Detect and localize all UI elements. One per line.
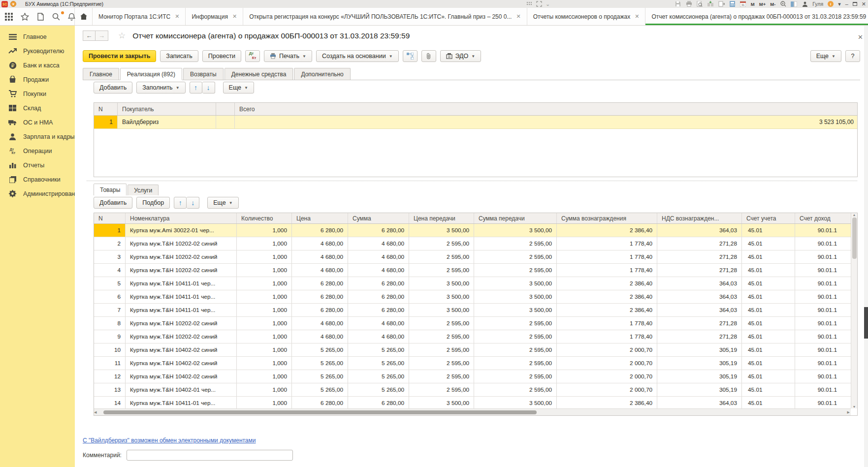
- sidebar-item-glavnoe[interactable]: Главное: [0, 30, 75, 44]
- table-row[interactable]: 2 Куртка муж.T&H 10202-02 синий 1,000 4 …: [94, 237, 851, 250]
- close-tab-icon[interactable]: ✕: [635, 13, 639, 20]
- table-row[interactable]: 11 Куртка муж.T&H 10402-02 синий 1,000 5…: [94, 357, 851, 370]
- table-row[interactable]: 1 Вайлдберриз 3 523 105,00: [94, 116, 857, 129]
- sidebar-item-os-nma[interactable]: ОС и НМА: [0, 115, 75, 129]
- close-tab-icon[interactable]: ✕: [175, 13, 179, 20]
- close-icon[interactable]: ✕: [862, 1, 866, 7]
- sidebar-item-zarplata-kadry[interactable]: Зарплата и кадры: [0, 129, 75, 144]
- maximize-icon[interactable]: [853, 2, 857, 6]
- column-header[interactable]: Сумма вознаграждения: [557, 213, 657, 223]
- close-document-icon[interactable]: ✕: [858, 33, 863, 41]
- column-header[interactable]: НДС вознагражден...: [657, 213, 742, 223]
- close-tab-icon[interactable]: ✕: [516, 13, 520, 20]
- print-button[interactable]: Печать▼: [264, 50, 312, 62]
- column-header[interactable]: N: [94, 103, 118, 115]
- goods-more-button[interactable]: Еще▼: [207, 197, 238, 209]
- move-up-button[interactable]: ↑: [190, 82, 202, 93]
- memory-subtract-button[interactable]: M-: [770, 1, 775, 7]
- table-row[interactable]: 7 Куртка муж.T&H 10411-01 чер... 1,000 6…: [94, 304, 851, 317]
- related-documents-button[interactable]: [403, 50, 418, 62]
- main-menu-icon[interactable]: ▼: [10, 1, 16, 7]
- tab-monitor-portal[interactable]: Монитор Портала 1С:ИТС✕: [93, 8, 186, 25]
- close-tab-icon[interactable]: ✕: [232, 13, 237, 20]
- minimize-icon[interactable]: –: [845, 1, 848, 7]
- memory-store-button[interactable]: M: [751, 1, 755, 7]
- tab-information[interactable]: Информация✕: [186, 8, 243, 25]
- print-icon[interactable]: [686, 1, 692, 7]
- sidebar-item-administrirovanie[interactable]: Администрирование: [0, 187, 75, 201]
- history-icon[interactable]: [37, 13, 44, 21]
- tab-realizaciya[interactable]: Реализация (892): [120, 68, 182, 80]
- table-row[interactable]: 13 Куртка муж.T&H 10402-01 чер... 1,000 …: [94, 383, 851, 397]
- tab-vozvraty[interactable]: Возвраты: [183, 68, 224, 80]
- post-and-close-button[interactable]: Провести и закрыть: [83, 50, 156, 62]
- sidebar-item-prodazhi[interactable]: Продажи: [0, 72, 75, 87]
- column-header[interactable]: Счет доход: [795, 213, 851, 223]
- move-up-button[interactable]: ↑: [174, 197, 187, 209]
- tab-contest[interactable]: Открыта регистрация на конкурс «ЛУЧШИЙ П…: [243, 8, 527, 25]
- forward-button[interactable]: →: [96, 31, 108, 41]
- comment-input[interactable]: [127, 450, 293, 461]
- tab-denezhnye-sredstva[interactable]: Денежные средства: [225, 68, 293, 80]
- table-row[interactable]: 5 Куртка муж.T&H 10411-01 чер... 1,000 6…: [94, 277, 851, 290]
- favorites-star-icon[interactable]: [21, 13, 29, 21]
- expand-icon[interactable]: [536, 1, 542, 7]
- help-button[interactable]: ?: [845, 50, 860, 62]
- titlebar-menu-caret[interactable]: ▾: [838, 1, 841, 7]
- column-header[interactable]: N: [94, 213, 126, 223]
- info-icon[interactable]: i: [828, 1, 834, 7]
- table-row[interactable]: 1 Куртка муж.Ami 30022-01 чер... 1,000 6…: [94, 224, 851, 237]
- column-header[interactable]: Цена передачи: [409, 213, 474, 223]
- column-header[interactable]: Номенклатура: [126, 213, 237, 223]
- apps-grid-icon[interactable]: [5, 13, 13, 21]
- attachments-button[interactable]: [421, 50, 436, 62]
- split-view-icon[interactable]: [791, 1, 797, 7]
- sidebar-item-rukovoditelyu[interactable]: Руководителю: [0, 44, 75, 58]
- tab-glavnoe[interactable]: Главное: [83, 68, 119, 80]
- buyers-more-button[interactable]: Еще▼: [223, 82, 254, 93]
- more-button[interactable]: Еще▼: [810, 50, 841, 62]
- tab-tovary[interactable]: Товары: [94, 184, 127, 195]
- sidebar-item-spravochniki[interactable]: Справочники: [0, 172, 75, 187]
- scroll-down-icon[interactable]: ▼: [853, 405, 856, 408]
- user-name[interactable]: Гуля: [812, 1, 823, 7]
- sidebar-item-sklad[interactable]: Склад: [0, 101, 75, 115]
- user-icon[interactable]: [802, 1, 808, 7]
- column-header[interactable]: Цена: [292, 213, 348, 223]
- memory-add-button[interactable]: M+: [759, 1, 766, 7]
- tab-uslugi[interactable]: Услуги: [128, 185, 159, 195]
- table-row[interactable]: 12 Куртка муж.T&H 10402-02 синий 1,000 5…: [94, 370, 851, 383]
- table-row[interactable]: 10 Куртка муж.T&H 10402-02 синий 1,000 5…: [94, 343, 851, 357]
- sidebar-item-otchety[interactable]: Отчеты: [0, 158, 75, 172]
- search-icon[interactable]: [52, 13, 60, 21]
- tab-dopolnitelno[interactable]: Дополнительно: [294, 68, 350, 80]
- send-icon[interactable]: [718, 1, 725, 7]
- move-down-button[interactable]: ↓: [202, 82, 215, 93]
- create-based-on-button[interactable]: Создать на основании▼: [316, 50, 399, 62]
- table-row[interactable]: 14 Куртка муж.T&H 10411-01 чер... 1,000 …: [94, 397, 851, 408]
- save-button[interactable]: Записать: [160, 50, 198, 62]
- notifications-bell-icon[interactable]: [68, 13, 75, 21]
- window-scrollbar[interactable]: [864, 26, 868, 467]
- calendar-icon[interactable]: 31: [740, 1, 746, 7]
- column-header[interactable]: Всего: [235, 103, 857, 115]
- table-row[interactable]: 8 Куртка муж.T&H 10202-02 синий 1,000 4 …: [94, 317, 851, 330]
- vertical-scrollbar[interactable]: ▲ ▼: [851, 213, 857, 408]
- zoom-in-icon[interactable]: [780, 1, 786, 7]
- edo-exchange-link[interactable]: С "Вайлдберриз" возможен обмен электронн…: [83, 437, 256, 444]
- calculator-icon[interactable]: [729, 1, 736, 7]
- fill-button[interactable]: Заполнить▼: [136, 82, 185, 93]
- add-item-button[interactable]: Добавить: [94, 197, 132, 209]
- horizontal-scrollbar[interactable]: ◀ ▶: [94, 408, 851, 415]
- sidebar-item-operacii[interactable]: Дт Кт Операции: [0, 144, 75, 158]
- load-icon[interactable]: [707, 1, 714, 7]
- back-button[interactable]: ←: [83, 31, 96, 41]
- sidebar-item-bank-kassa[interactable]: ₽ Банк и касса: [0, 58, 75, 72]
- dtkt-button[interactable]: ДтКт: [245, 50, 260, 62]
- table-row[interactable]: 4 Куртка муж.T&H 10202-02 синий 1,000 4 …: [94, 264, 851, 277]
- column-header[interactable]: Количество: [237, 213, 292, 223]
- column-header[interactable]: Сумма: [348, 213, 409, 223]
- favorite-star-icon[interactable]: ☆: [118, 31, 126, 41]
- edo-button[interactable]: ЭДО▼: [440, 50, 482, 62]
- dots-grid-icon[interactable]: [526, 1, 532, 7]
